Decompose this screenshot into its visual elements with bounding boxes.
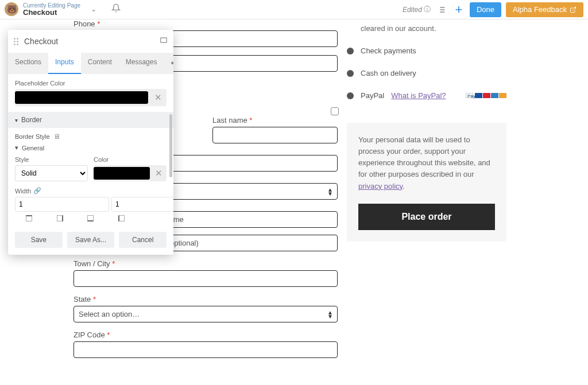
bank-transfer-note: cleared in our account. xyxy=(361,24,506,33)
clear-color-icon[interactable]: ✕ xyxy=(152,168,165,178)
zip-label: ZIP Code * xyxy=(74,330,338,339)
side-right-icon xyxy=(57,215,63,221)
app-logo-icon: 🐻 xyxy=(5,2,18,16)
panel-title: Checkout xyxy=(24,37,160,46)
pay-option-check[interactable]: Check payments xyxy=(347,46,506,55)
add-icon[interactable]: + xyxy=(452,3,465,16)
width-top-input[interactable] xyxy=(15,197,109,212)
pay-check-label: Check payments xyxy=(361,46,416,55)
border-style-row: Border Style 🖥 xyxy=(15,133,167,141)
width-label-row: Width 🔗 xyxy=(15,187,167,195)
tab-more-icon[interactable]: ••• xyxy=(164,53,173,73)
placeholder-color-label: Placeholder Color xyxy=(15,80,167,87)
privacy-text: Your personal data will be used to proce… xyxy=(358,135,490,178)
panel-footer: Save Save As... Cancel xyxy=(8,226,173,255)
tab-sections[interactable]: Sections xyxy=(8,53,48,73)
pay-paypal-label: PayPal xyxy=(361,91,384,100)
edited-text: Edited xyxy=(403,6,422,14)
width-label: Width xyxy=(15,188,31,195)
pay-cod-label: Cash on delivery xyxy=(361,69,416,77)
side-indicator-icons xyxy=(15,215,167,221)
page-dropdown-caret[interactable]: ⌄ xyxy=(85,5,102,13)
topbar-left: 🐻 Currently Editing Page Checkout ⌄ xyxy=(5,2,125,17)
what-is-paypal-link[interactable]: What is PayPal? xyxy=(391,91,446,100)
radio-icon xyxy=(347,70,354,77)
panel-body: Placeholder Color ✕ ▾ Border Border Styl… xyxy=(8,74,173,221)
tab-messages[interactable]: Messages xyxy=(119,53,164,73)
panel-header[interactable]: Checkout xyxy=(8,30,173,53)
side-bottom-icon xyxy=(87,215,94,221)
color-label: Color xyxy=(94,156,167,163)
privacy-policy-link[interactable]: privacy policy xyxy=(358,182,403,190)
placeholder-color-swatch[interactable]: ✕ xyxy=(15,89,167,106)
width-inputs: px xyxy=(15,197,167,212)
panel-tabs: Sections Inputs Content Messages ••• xyxy=(8,53,173,74)
style-editor-panel: Checkout Sections Inputs Content Message… xyxy=(8,30,173,255)
general-toggle[interactable]: ▾ General xyxy=(15,144,167,151)
last-name-input[interactable] xyxy=(212,127,338,143)
place-order-button[interactable]: Place order xyxy=(358,204,495,230)
card-icons: PayPal xyxy=(466,93,506,98)
style-label: Style xyxy=(15,156,88,163)
pay-option-cod[interactable]: Cash on delivery xyxy=(347,69,506,77)
save-button[interactable]: Save xyxy=(15,232,63,248)
town-input[interactable] xyxy=(74,270,338,287)
side-left-icon xyxy=(118,215,125,221)
state-select[interactable] xyxy=(74,306,338,322)
border-style-label: Border Style xyxy=(15,133,50,140)
topbar: 🐻 Currently Editing Page Checkout ⌄ Edit… xyxy=(0,0,588,20)
external-link-icon xyxy=(570,6,577,13)
maximize-icon[interactable] xyxy=(160,36,168,46)
clear-color-icon[interactable]: ✕ xyxy=(152,92,164,103)
border-color-swatch[interactable]: ✕ xyxy=(94,165,167,181)
zip-input[interactable] xyxy=(74,341,338,358)
outline-icon[interactable] xyxy=(435,3,448,16)
scrollbar-thumb[interactable] xyxy=(169,114,172,177)
notifications-icon[interactable] xyxy=(107,3,125,15)
save-as-button[interactable]: Save As... xyxy=(67,232,115,248)
radio-icon xyxy=(347,92,354,99)
order-summary: cleared in our account. Check payments C… xyxy=(347,20,506,242)
svg-rect-0 xyxy=(161,38,167,42)
general-label: General xyxy=(22,145,44,151)
state-label: State * xyxy=(74,295,338,304)
tab-content[interactable]: Content xyxy=(81,53,119,73)
cancel-button[interactable]: Cancel xyxy=(119,232,167,248)
phone-label: Phone * xyxy=(74,20,338,28)
done-button[interactable]: Done xyxy=(470,2,501,17)
ship-different-checkbox[interactable] xyxy=(331,107,339,115)
chevron-down-icon: ▾ xyxy=(15,144,18,151)
alpha-feedback-button[interactable]: Alpha Feedback xyxy=(506,2,583,17)
tab-inputs[interactable]: Inputs xyxy=(48,53,81,74)
privacy-notice: Your personal data will be used to proce… xyxy=(347,123,506,242)
page-title: Checkout xyxy=(23,9,80,17)
color-swatch[interactable] xyxy=(94,167,150,180)
edited-indicator: Edited ⓘ xyxy=(403,5,431,14)
topbar-right: Edited ⓘ + Done Alpha Feedback xyxy=(403,2,583,17)
width-right-input[interactable] xyxy=(111,197,173,212)
link-values-icon[interactable]: 🔗 xyxy=(33,187,41,195)
border-section-header[interactable]: ▾ Border xyxy=(8,112,173,128)
help-icon[interactable]: ⓘ xyxy=(424,5,431,14)
border-style-select[interactable]: Solid xyxy=(15,165,88,181)
page-title-block: Currently Editing Page Checkout xyxy=(23,2,80,17)
chevron-down-icon: ▾ xyxy=(15,117,18,123)
pay-option-paypal[interactable]: PayPal What is PayPal? PayPal xyxy=(347,91,506,100)
drag-handle-icon[interactable] xyxy=(14,38,18,45)
responsive-icon[interactable]: 🖥 xyxy=(53,133,60,141)
side-top-icon xyxy=(26,215,32,221)
color-swatch[interactable] xyxy=(15,91,148,104)
last-name-label: Last name * xyxy=(212,116,338,125)
alpha-feedback-label: Alpha Feedback xyxy=(513,5,567,14)
town-label: Town / City * xyxy=(74,259,338,268)
radio-icon xyxy=(347,48,354,55)
border-section-label: Border xyxy=(21,116,42,124)
